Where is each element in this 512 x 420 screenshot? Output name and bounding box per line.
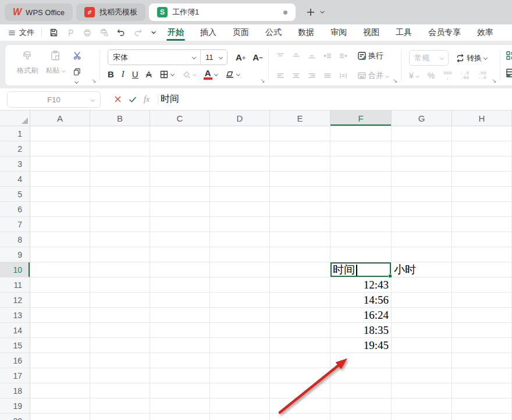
align-center-button[interactable] — [292, 72, 300, 80]
cell-F1[interactable] — [330, 126, 392, 141]
cell-B15[interactable] — [90, 338, 150, 353]
cell-G2[interactable] — [392, 141, 452, 156]
cell-C17[interactable] — [150, 368, 210, 383]
column-header-A[interactable]: A — [30, 111, 90, 126]
fill-handle[interactable] — [388, 274, 392, 278]
cell-H20[interactable] — [452, 414, 512, 420]
cell-G5[interactable] — [392, 187, 452, 202]
cell-E19[interactable] — [270, 398, 330, 414]
distributed-align-button[interactable] — [339, 72, 347, 80]
group-expander-icon[interactable]: ↘ — [91, 77, 96, 84]
ribbon-tab-tools[interactable]: 工具 — [396, 24, 412, 41]
cell-B3[interactable] — [90, 156, 150, 172]
ribbon-tab-view[interactable]: 视图 — [363, 24, 379, 41]
cell-E12[interactable] — [270, 293, 330, 308]
fill-color-button[interactable] — [182, 70, 196, 79]
cell-H12[interactable] — [452, 293, 512, 308]
clear-format-button[interactable] — [225, 70, 240, 79]
cell-H18[interactable] — [452, 383, 512, 398]
cell-E6[interactable] — [270, 202, 330, 217]
cell-C19[interactable] — [150, 398, 210, 414]
row-header-3[interactable]: 3 — [0, 156, 30, 172]
row-header-20[interactable]: 20 — [0, 414, 30, 420]
cell-D18[interactable] — [210, 383, 270, 398]
format-painter-button[interactable]: 格式刷 — [13, 45, 41, 76]
cell-G19[interactable] — [392, 398, 452, 414]
cell-A19[interactable] — [30, 398, 90, 414]
align-top-button[interactable] — [276, 52, 285, 60]
cell-D20[interactable] — [210, 414, 270, 420]
group-expander-icon[interactable]: ↘ — [260, 77, 265, 84]
cell-F14[interactable]: 18:35 — [330, 323, 392, 338]
row-header-7[interactable]: 7 — [0, 217, 30, 232]
cell-D19[interactable] — [210, 398, 270, 414]
cell-H4[interactable] — [452, 172, 512, 187]
cell-E10[interactable] — [270, 262, 330, 277]
cell-E11[interactable] — [270, 277, 330, 293]
cell-G4[interactable] — [392, 172, 452, 187]
align-middle-button[interactable] — [292, 52, 300, 60]
cell-A20[interactable] — [30, 414, 90, 420]
row-header-13[interactable]: 13 — [0, 308, 30, 323]
cell-A14[interactable] — [30, 323, 90, 338]
cell-H11[interactable] — [452, 277, 512, 293]
cell-E16[interactable] — [270, 353, 330, 368]
cell-B12[interactable] — [90, 293, 150, 308]
table-style-button[interactable] — [506, 68, 512, 79]
underline-button[interactable]: U — [132, 69, 138, 79]
cell-A5[interactable] — [30, 187, 90, 202]
cell-D4[interactable] — [210, 172, 270, 187]
cell-H17[interactable] — [452, 368, 512, 383]
group-expander-icon[interactable]: ↘ — [492, 77, 496, 84]
file-menu-button[interactable]: 文件 — [0, 24, 41, 41]
redo-button[interactable] — [133, 28, 143, 37]
cell-H5[interactable] — [452, 187, 512, 202]
cell-B8[interactable] — [90, 232, 150, 247]
percent-format-button[interactable]: % — [428, 71, 435, 80]
ribbon-tab-insert[interactable]: 插入 — [200, 24, 216, 41]
tab-docer-templates[interactable]: 找稻壳模板 — [76, 3, 145, 21]
cell-E8[interactable] — [270, 232, 330, 247]
formula-input[interactable]: 时间 — [161, 93, 179, 105]
cell-F13[interactable]: 16:24 — [330, 308, 392, 323]
cell-E14[interactable] — [270, 323, 330, 338]
cell-F2[interactable] — [330, 141, 392, 156]
group-expander-icon[interactable]: ↘ — [393, 77, 397, 84]
cell-B11[interactable] — [90, 277, 150, 293]
cut-button[interactable] — [73, 51, 83, 60]
cell-G3[interactable] — [392, 156, 452, 172]
cell-C4[interactable] — [150, 172, 210, 187]
row-header-9[interactable]: 9 — [0, 247, 30, 262]
cell-C3[interactable] — [150, 156, 210, 172]
cell-E4[interactable] — [270, 172, 330, 187]
column-header-G[interactable]: G — [392, 111, 452, 126]
name-box[interactable]: F10 — [7, 91, 101, 108]
thousands-format-button[interactable]: 000, — [443, 71, 451, 80]
cell-D9[interactable] — [210, 247, 270, 262]
cell-A1[interactable] — [30, 126, 90, 141]
cell-G6[interactable] — [392, 202, 452, 217]
cell-C7[interactable] — [150, 217, 210, 232]
select-all-button[interactable] — [0, 111, 30, 126]
cell-F6[interactable] — [330, 202, 392, 217]
cell-A7[interactable] — [30, 217, 90, 232]
cell-D13[interactable] — [210, 308, 270, 323]
print-preview-button[interactable] — [99, 28, 109, 37]
column-header-H[interactable]: H — [452, 111, 512, 126]
row-header-4[interactable]: 4 — [0, 172, 30, 187]
cell-B20[interactable] — [90, 414, 150, 420]
confirm-entry-button[interactable] — [129, 95, 137, 104]
cell-C10[interactable] — [150, 262, 210, 277]
cell-D15[interactable] — [210, 338, 270, 353]
cell-E3[interactable] — [270, 156, 330, 172]
increase-font-button[interactable]: A+ — [236, 52, 246, 62]
bold-button[interactable]: B — [108, 69, 114, 79]
cell-B1[interactable] — [90, 126, 150, 141]
cell-G18[interactable] — [392, 383, 452, 398]
cell-C11[interactable] — [150, 277, 210, 293]
cell-D6[interactable] — [210, 202, 270, 217]
cancel-entry-button[interactable] — [114, 95, 122, 103]
cell-F16[interactable] — [330, 353, 392, 368]
cell-F18[interactable] — [330, 383, 392, 398]
row-header-18[interactable]: 18 — [0, 383, 30, 398]
